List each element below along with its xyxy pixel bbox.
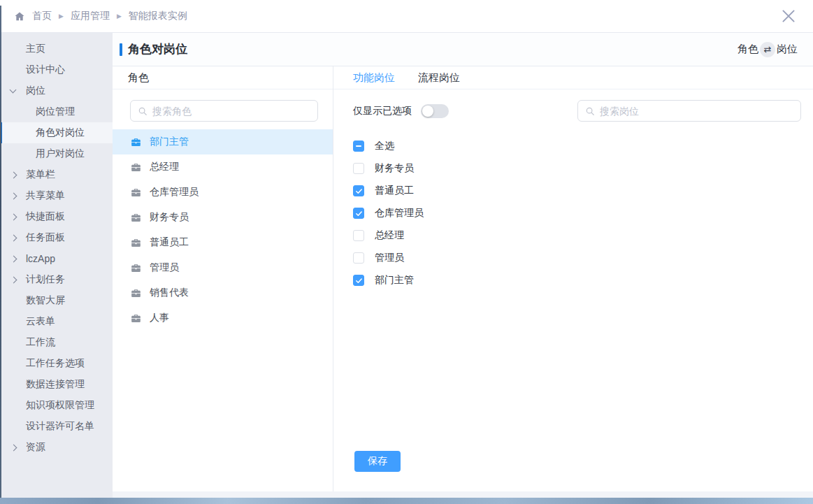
checkbox[interactable] bbox=[353, 208, 364, 219]
sidebar-item[interactable]: 用户对岗位 bbox=[0, 143, 113, 164]
breadcrumb-item[interactable]: 智能报表实例 bbox=[129, 10, 187, 22]
position-checkbox-label: 仓库管理员 bbox=[375, 207, 424, 219]
sidebar-item-label: 设计器许可名单 bbox=[26, 420, 94, 433]
position-checkbox-row[interactable]: 管理员 bbox=[353, 247, 813, 269]
window-edge-bottom bbox=[0, 498, 813, 504]
sidebar-item[interactable]: 云表单 bbox=[0, 311, 113, 332]
position-checkbox-label: 全选 bbox=[375, 140, 394, 152]
checkbox[interactable] bbox=[353, 230, 364, 241]
role-search-input[interactable] bbox=[152, 106, 310, 117]
breadcrumb-item[interactable]: 首页 bbox=[32, 10, 52, 22]
only-selected-toggle[interactable] bbox=[421, 104, 449, 118]
main-area: 角色对岗位 角色 ⇄ 岗位 角色 bbox=[113, 33, 813, 498]
footer-strip bbox=[113, 491, 813, 498]
position-checkbox-row[interactable]: 全选 bbox=[353, 135, 813, 157]
position-search-box bbox=[577, 100, 801, 122]
sidebar-item[interactable]: 角色对岗位 bbox=[0, 122, 113, 143]
briefcase-icon bbox=[130, 262, 142, 273]
chevron-right-icon bbox=[10, 194, 26, 199]
briefcase-icon bbox=[130, 237, 142, 248]
role-list-item[interactable]: 普通员工 bbox=[113, 230, 333, 255]
tab-inactive[interactable]: 流程岗位 bbox=[418, 71, 460, 85]
role-list-item[interactable]: 仓库管理员 bbox=[113, 180, 333, 205]
swap-glyph: ⇄ bbox=[764, 45, 772, 54]
swap-icon[interactable]: ⇄ bbox=[760, 42, 775, 57]
checkbox[interactable] bbox=[353, 185, 364, 196]
check-icon bbox=[355, 277, 363, 285]
role-list-item[interactable]: 人事 bbox=[113, 305, 333, 331]
role-position-switcher[interactable]: 角色 ⇄ 岗位 bbox=[738, 42, 798, 57]
position-search-input[interactable] bbox=[600, 106, 793, 117]
position-checkbox-label: 普通员工 bbox=[375, 185, 414, 197]
sidebar-item-label: 菜单栏 bbox=[26, 168, 55, 181]
home-icon[interactable] bbox=[14, 11, 25, 22]
checkbox[interactable] bbox=[353, 141, 364, 152]
position-checkbox-list: 全选 财务专员 普通员工 仓库管理员 总经理 管理员 bbox=[333, 122, 813, 451]
sidebar-item[interactable]: 岗位管理 bbox=[0, 101, 113, 122]
sidebar-item[interactable]: 资源 bbox=[0, 437, 113, 458]
role-list-item[interactable]: 财务专员 bbox=[113, 205, 333, 230]
sidebar-item[interactable]: 计划任务 bbox=[0, 269, 113, 290]
positions-panel: 功能岗位流程岗位 仅显示已选项 全选 财务专员 bbox=[333, 66, 813, 491]
sidebar-item-label: 共享菜单 bbox=[26, 189, 65, 202]
position-checkbox-row[interactable]: 仓库管理员 bbox=[353, 202, 813, 224]
search-icon bbox=[585, 106, 595, 116]
save-button[interactable]: 保存 bbox=[354, 451, 401, 472]
role-list-item[interactable]: 总经理 bbox=[113, 154, 333, 180]
checkbox[interactable] bbox=[353, 163, 364, 174]
position-checkbox-label: 总经理 bbox=[375, 229, 404, 242]
position-checkbox-row[interactable]: 财务专员 bbox=[353, 157, 813, 180]
switcher-left-label: 角色 bbox=[738, 43, 758, 56]
sidebar-item[interactable]: 菜单栏 bbox=[0, 164, 113, 185]
sidebar-item-label: 岗位管理 bbox=[36, 106, 75, 118]
sidebar-item[interactable]: 岗位 bbox=[0, 80, 113, 101]
position-checkbox-row[interactable]: 部门主管 bbox=[353, 269, 813, 291]
sidebar-item-label: 云表单 bbox=[26, 315, 55, 328]
role-list-item[interactable]: 部门主管 bbox=[113, 129, 333, 154]
tab-active[interactable]: 功能岗位 bbox=[353, 71, 395, 85]
sidebar-item-label: 工作流 bbox=[26, 336, 55, 349]
sidebar-item[interactable]: 主页 bbox=[0, 38, 113, 59]
check-icon bbox=[355, 187, 363, 195]
role-item-label: 仓库管理员 bbox=[150, 186, 199, 199]
role-item-label: 总经理 bbox=[150, 161, 179, 173]
sidebar-item[interactable]: 工作流 bbox=[0, 332, 113, 353]
chevron-down-icon bbox=[10, 89, 26, 92]
role-item-label: 人事 bbox=[150, 312, 169, 324]
sidebar-item[interactable]: 数据连接管理 bbox=[0, 374, 113, 395]
briefcase-icon bbox=[130, 212, 142, 223]
sidebar-item[interactable]: 工作任务选项 bbox=[0, 353, 113, 374]
role-list-item[interactable]: 销售代表 bbox=[113, 280, 333, 305]
window-edge-left bbox=[0, 6, 1, 498]
sidebar-item[interactable]: lczApp bbox=[0, 248, 113, 269]
close-icon[interactable] bbox=[779, 7, 798, 25]
page-title: 角色对岗位 bbox=[128, 41, 187, 57]
role-list-item[interactable]: 管理员 bbox=[113, 255, 333, 280]
position-checkbox-row[interactable]: 总经理 bbox=[353, 224, 813, 247]
sidebar-item-label: 知识项权限管理 bbox=[26, 399, 94, 412]
breadcrumb-item[interactable]: 应用管理 bbox=[71, 10, 110, 22]
sidebar-item[interactable]: 知识项权限管理 bbox=[0, 395, 113, 416]
chevron-right-icon bbox=[10, 257, 26, 261]
sidebar-item[interactable]: 快捷面板 bbox=[0, 206, 113, 227]
sidebar-item[interactable]: 共享菜单 bbox=[0, 185, 113, 206]
positions-controls: 仅显示已选项 bbox=[333, 89, 813, 122]
sidebar: 主页 设计中心 岗位 岗位管理 角色对岗位 用户对岗位 菜单栏 共享菜单 快捷面… bbox=[0, 33, 113, 498]
role-item-label: 普通员工 bbox=[150, 236, 189, 249]
title-accent-bar bbox=[120, 43, 122, 56]
sidebar-item[interactable]: 任务面板 bbox=[0, 227, 113, 248]
sidebar-item-label: lczApp bbox=[26, 253, 55, 264]
sidebar-item[interactable]: 设计中心 bbox=[0, 59, 113, 80]
breadcrumb-bar: 首页▶应用管理▶智能报表实例 bbox=[0, 0, 813, 33]
checkbox[interactable] bbox=[353, 275, 364, 286]
briefcase-icon bbox=[130, 136, 142, 147]
sidebar-item[interactable]: 设计器许可名单 bbox=[0, 416, 113, 437]
sidebar-item[interactable]: 数智大屏 bbox=[0, 290, 113, 311]
sidebar-item-label: 岗位 bbox=[26, 85, 45, 97]
sidebar-item-label: 主页 bbox=[26, 43, 45, 55]
sidebar-item-label: 用户对岗位 bbox=[36, 147, 85, 160]
sidebar-item-label: 计划任务 bbox=[26, 273, 65, 286]
position-checkbox-row[interactable]: 普通员工 bbox=[353, 180, 813, 202]
chevron-right-icon bbox=[10, 215, 26, 219]
checkbox[interactable] bbox=[353, 252, 364, 264]
